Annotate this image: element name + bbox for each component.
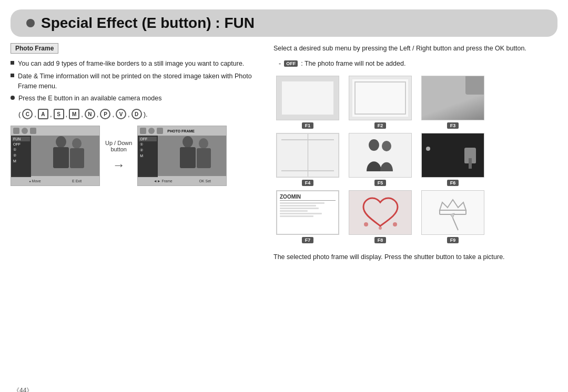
right-column: Select a desired sub menu by pressing th… — [268, 43, 557, 262]
mode-icon-d: D — [131, 109, 142, 119]
mode-icon-m: M — [69, 109, 79, 119]
zoomin-line-5 — [280, 213, 322, 214]
frame-design-9 — [422, 191, 484, 234]
updown-area: Up / Down button → — [105, 140, 132, 172]
menu-r-1: ① — [139, 142, 157, 147]
paren-open: ( — [18, 110, 21, 118]
frame-number-4: F4 — [302, 180, 314, 186]
frame-item-4: F4 — [273, 133, 342, 186]
crown-wand-svg — [434, 194, 471, 231]
frame-item-6: F6 — [419, 133, 487, 186]
frame-thumb-3 — [421, 76, 484, 120]
frame-fold-h1 — [281, 139, 334, 140]
diag-bottom-bar-right: ◄► Frame OK Set — [138, 176, 226, 185]
frame-design-6 — [422, 133, 484, 177]
bullet-circle-icon — [11, 96, 15, 100]
frame-number-2: F2 — [374, 122, 387, 129]
mode-icons-row: ( C , A , S , M , N , P , V , D ). — [18, 109, 258, 119]
photo-frame-tag: Photo Frame — [11, 43, 58, 54]
mode-icon-s: S — [54, 109, 64, 119]
svg-point-10 — [369, 139, 379, 151]
frame-design-1 — [277, 76, 339, 120]
frame-inner-2 — [354, 81, 406, 115]
menu-1: ① — [12, 147, 30, 152]
diag-top-bar-right: PHOTO FRAME — [138, 126, 226, 136]
heart-svg — [361, 195, 400, 230]
comma-6: , — [112, 110, 114, 118]
photo-frame-label: PHOTO FRAME — [167, 129, 195, 133]
bullet-square-icon-2 — [11, 74, 14, 77]
menu-m: M — [12, 159, 30, 163]
frame-item-1: F1 — [273, 76, 342, 129]
svg-line-16 — [453, 218, 458, 230]
svg-point-6 — [182, 136, 193, 148]
mode-icon-v: V — [116, 109, 126, 119]
zoomin-lines — [280, 202, 336, 217]
diag-icon-r2 — [148, 128, 155, 134]
bar-move: ⬥ Move — [29, 179, 41, 183]
frame-thumb-5 — [349, 133, 412, 178]
page: Special Effect (E button) : FUN Photo Fr… — [0, 9, 568, 392]
frame-design-8 — [349, 191, 411, 234]
frame-thumb-9 — [421, 190, 484, 235]
header-bar: Special Effect (E button) : FUN — [11, 9, 557, 37]
menu-r-2: ② — [139, 148, 157, 153]
bottom-text: The selected photo frame will display. P… — [273, 252, 557, 262]
comma-2: , — [50, 110, 52, 118]
light-dot — [426, 147, 430, 151]
zoomin-line-1 — [280, 202, 324, 204]
left-column: Photo Frame You can add 9 types of frame… — [11, 43, 268, 262]
mailbox-post — [469, 158, 472, 169]
zoomin-line-4 — [280, 210, 308, 212]
content-area: Photo Frame You can add 9 types of frame… — [0, 43, 568, 262]
diag-icon-3 — [30, 128, 36, 134]
comma-5: , — [97, 110, 99, 118]
zoomin-line-6 — [280, 215, 313, 217]
camera-diagrams: FUN OFF ① ② M — [11, 126, 258, 186]
frame-item-7: ZOOMIN F7 — [273, 190, 342, 243]
frame-thumb-2 — [349, 76, 412, 120]
page-title: Special Effect (E button) : FUN — [41, 15, 255, 32]
comma-7: , — [128, 110, 130, 118]
svg-rect-4 — [70, 148, 84, 168]
mode-icon-p: P — [100, 109, 110, 119]
mode-icon-c: C — [22, 109, 33, 119]
paren-close: ). — [144, 110, 148, 118]
frame-number-8: F8 — [374, 237, 387, 243]
bullet-square-icon — [11, 61, 14, 65]
frame-corner-3 — [465, 76, 484, 95]
mode-icon-n: N — [85, 109, 95, 119]
svg-point-13 — [393, 222, 397, 226]
menu-off: OFF — [12, 142, 30, 147]
frame-number-6: F6 — [447, 180, 459, 186]
frame-thumb-7: ZOOMIN — [276, 190, 339, 235]
frame-thumb-1 — [276, 76, 339, 120]
svg-rect-9 — [197, 148, 211, 168]
camera-diagram-right: PHOTO FRAME OFF ① ② M — [137, 126, 227, 186]
frame-number-1: F1 — [302, 122, 314, 129]
off-note: - OFF : The photo frame will not be adde… — [273, 60, 557, 67]
bullet-text-3: Press the E button in an available camer… — [18, 94, 258, 104]
svg-point-3 — [72, 138, 82, 149]
frame-thumb-4 — [276, 133, 339, 178]
svg-point-14 — [379, 226, 382, 230]
menu-r-m: M — [139, 153, 157, 158]
frame-design-4 — [277, 133, 339, 177]
bullet-text-2: Date & Time information will not be prin… — [18, 71, 258, 91]
couple-svg — [359, 137, 401, 174]
diag-icon-2 — [22, 128, 28, 134]
diag-icon-1 — [13, 128, 19, 134]
zoomin-line-2 — [280, 205, 316, 207]
svg-rect-2 — [53, 147, 69, 168]
page-number: 《44》 — [13, 386, 33, 392]
mode-icon-a: A — [38, 109, 48, 119]
frame-fold-h2 — [281, 170, 334, 171]
bullet-list: You can add 9 types of frame-like border… — [11, 59, 258, 104]
bullet-item-1: You can add 9 types of frame-like border… — [11, 59, 258, 69]
bar-frame: ◄► Frame — [154, 179, 173, 183]
frame-design-7: ZOOMIN — [277, 191, 339, 234]
updown-label: Up / Down button — [105, 140, 132, 152]
frame-design-5 — [349, 133, 411, 177]
select-text: Select a desired sub menu by pressing th… — [273, 43, 557, 54]
diag-icon-r1 — [140, 128, 146, 134]
